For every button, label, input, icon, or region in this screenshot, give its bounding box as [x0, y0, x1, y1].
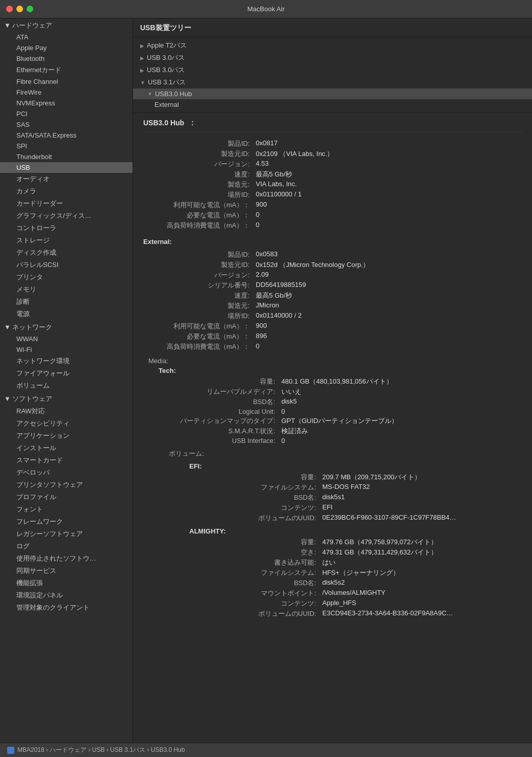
tree-usb30-1[interactable]: ▶ USB 3.0パス — [133, 52, 532, 64]
tree-usb30-2[interactable]: ▶ USB 3.0パス — [133, 64, 532, 76]
tech-smart-row: S.M.A.R.T.状況: 検証済み — [169, 426, 522, 436]
efi-filesystem-label: ファイルシステム: — [210, 483, 322, 492]
tech-usbif-row: USB Interface: 0 — [169, 436, 522, 445]
sidebar-item-power[interactable]: 電源 — [0, 308, 132, 320]
tech-partition-row: パーティションマップのタイプ: GPT（GUIDパーティションテーブル） — [169, 416, 522, 426]
sidebar-item-volume[interactable]: ボリューム — [0, 380, 132, 392]
sidebar-item-parallelscsi[interactable]: パラレルSCSI — [0, 259, 132, 271]
volumes-label: ボリューム: — [169, 449, 522, 458]
ext-version-label: バージョン: — [143, 271, 256, 280]
sidebar-item-applications[interactable]: アプリケーション — [0, 430, 132, 442]
tree-external[interactable]: External — [133, 99, 532, 110]
sidebar-item-camera[interactable]: カメラ — [0, 185, 132, 197]
sidebar-item-legacysw[interactable]: レガシーソフトウェア — [0, 528, 132, 540]
tree-usb31[interactable]: ▼ USB 3.1パス — [133, 76, 532, 88]
sidebar-item-thunderbolt[interactable]: Thunderbolt — [0, 151, 132, 162]
tech-smart-value: 検証済み — [281, 427, 522, 436]
sidebar-item-ata[interactable]: ATA — [0, 32, 132, 42]
ext-manufacturer-row: 製造元: JMicron — [143, 301, 522, 311]
sidebar-item-diagnostics[interactable]: 診断 — [0, 296, 132, 308]
content-area: USB装置ツリー ▶ Apple T2パス ▶ USB 3.0パス ▶ USB … — [133, 18, 532, 743]
sidebar-item-extensions[interactable]: 機能拡張 — [0, 577, 132, 589]
hub-required-label: 必要な電流（mA）： — [143, 211, 256, 220]
sidebar-item-firewire[interactable]: FireWire — [0, 87, 132, 98]
ext-location-value: 0x01140000 / 2 — [256, 311, 522, 321]
tech-removable-label: リムーバブルメディア: — [169, 387, 281, 396]
tree-usb30hub[interactable]: ▼ USB3.0 Hub — [133, 88, 532, 99]
sidebar-item-install[interactable]: インストール — [0, 442, 132, 454]
sidebar-item-diskcreate[interactable]: ディスク作成 — [0, 247, 132, 259]
sidebar-item-raw[interactable]: RAW対応 — [0, 405, 132, 417]
efi-filesystem-value: MS-DOS FAT32 — [322, 483, 522, 492]
ext-product-id-label: 製品ID: — [143, 250, 256, 259]
sidebar-item-wwan[interactable]: WWAN — [0, 333, 132, 344]
ext-speed-row: 速度: 最高5 Gb/秒 — [143, 291, 522, 301]
efi-props: 容量: 209.7 MB（209,715,200バイト） ファイルシステム: M… — [210, 472, 522, 523]
sidebar-item-developer[interactable]: デベロッパ — [0, 466, 132, 479]
sidebar-item-fonts[interactable]: フォント — [0, 503, 132, 516]
sidebar-item-managedclient[interactable]: 管理対象のクライアント — [0, 602, 132, 614]
hub-vendor-id-label: 製造元ID: — [143, 149, 256, 159]
sidebar-item-bluetooth[interactable]: Bluetooth — [0, 53, 132, 64]
sidebar-item-sas[interactable]: SAS — [0, 119, 132, 130]
status-bar-icon — [7, 747, 14, 754]
sidebar-group-network[interactable]: ▼ ネットワーク — [0, 320, 132, 333]
efi-uuid-label: ボリュームのUUID: — [210, 514, 322, 523]
sidebar-item-nvmexpress[interactable]: NVMExpress — [0, 98, 132, 108]
sidebar-item-accessibility[interactable]: アクセシビリティ — [0, 417, 132, 430]
detail-section: USB3.0 Hub : 製品ID: 0x0817 製造元ID: 0x2109 … — [133, 113, 532, 625]
almighty-title: ALMIGHTY: — [189, 527, 522, 535]
external-device-title: External: — [143, 238, 522, 246]
sidebar-item-networkenv[interactable]: ネットワーク環境 — [0, 355, 132, 367]
ext-vendor-id-value: 0x152d （JMicron Technology Corp.） — [256, 260, 522, 270]
sidebar-item-storage[interactable]: ストレージ — [0, 234, 132, 247]
tree-arrow-icon: ▶ — [140, 68, 144, 73]
sidebar-item-graphics[interactable]: グラフィックス/ディス… — [0, 210, 132, 222]
sidebar-item-printersw[interactable]: プリンタソフトウェア — [0, 479, 132, 491]
sidebar-item-prefpanels[interactable]: 環境設定パネル — [0, 589, 132, 602]
sidebar-item-pci[interactable]: PCI — [0, 108, 132, 119]
title-bar: MacBook Air — [0, 0, 532, 18]
sidebar-item-smartcard[interactable]: スマートカード — [0, 454, 132, 466]
almighty-free-row: 空き: 479.31 GB（479,311,429,632バイト） — [210, 547, 522, 558]
ext-high-label: 高負荷時消費電流（mA）： — [143, 342, 256, 351]
software-group-label: ▼ ソフトウェア — [4, 394, 52, 404]
sidebar-item-audio[interactable]: オーディオ — [0, 173, 132, 185]
sidebar-item-frameworks[interactable]: フレームワーク — [0, 516, 132, 528]
sidebar-item-controller[interactable]: コントローラ — [0, 222, 132, 234]
sidebar-item-fibrechannel[interactable]: Fibre Channel — [0, 76, 132, 87]
sidebar-item-applepay[interactable]: Apple Pay — [0, 42, 132, 53]
efi-bsd-value: disk5s1 — [322, 493, 522, 502]
close-button[interactable] — [6, 6, 13, 12]
maximize-button[interactable] — [27, 6, 33, 12]
sidebar-item-sata[interactable]: SATA/SATA Express — [0, 130, 132, 141]
almighty-contents-value: Apple_HFS — [322, 599, 522, 608]
sidebar-item-logs[interactable]: ログ — [0, 540, 132, 552]
sidebar-item-memory[interactable]: メモリ — [0, 283, 132, 296]
almighty-capacity-row: 容量: 479.76 GB（479,758,979,072バイト） — [210, 537, 522, 547]
sidebar-item-deprecated[interactable]: 使用停止されたソフトウ… — [0, 552, 132, 565]
hub-version-label: バージョン: — [143, 160, 256, 169]
tech-bsd-label: BSD名: — [169, 397, 281, 407]
sidebar-item-spi[interactable]: SPI — [0, 141, 132, 151]
ext-high-row: 高負荷時消費電流（mA）： 0 — [143, 342, 522, 352]
efi-uuid-row: ボリュームのUUID: 0E239BC6-F960-3107-89CF-1C97… — [210, 513, 522, 523]
sidebar-item-firewall[interactable]: ファイアウォール — [0, 367, 132, 380]
almighty-contents-row: コンテンツ: Apple_HFS — [210, 598, 522, 609]
sidebar-item-syncservices[interactable]: 同期サービス — [0, 565, 132, 577]
sidebar-group-hardware[interactable]: ▼ ハードウェア — [0, 18, 132, 32]
efi-capacity-value: 209.7 MB（209,715,200バイト） — [322, 473, 522, 482]
sidebar-item-printer[interactable]: プリンタ — [0, 271, 132, 283]
sidebar-item-usb[interactable]: USB — [0, 162, 132, 173]
ext-high-value: 0 — [256, 342, 522, 351]
tree-apple-t2[interactable]: ▶ Apple T2パス — [133, 39, 532, 52]
minimize-button[interactable] — [16, 6, 23, 12]
tree-arrow-icon: ▼ — [140, 80, 145, 85]
sidebar-item-cardreader[interactable]: カードリーダー — [0, 197, 132, 210]
sidebar-item-wifi[interactable]: Wi-Fi — [0, 344, 132, 355]
sidebar-item-profile[interactable]: プロファイル — [0, 491, 132, 503]
tech-bsd-row: BSD名: disk5 — [169, 397, 522, 407]
sidebar-item-ethernet[interactable]: Ethernetカード — [0, 64, 132, 76]
sidebar-group-software[interactable]: ▼ ソフトウェア — [0, 392, 132, 405]
hub-required-row: 必要な電流（mA）： 0 — [143, 210, 522, 220]
